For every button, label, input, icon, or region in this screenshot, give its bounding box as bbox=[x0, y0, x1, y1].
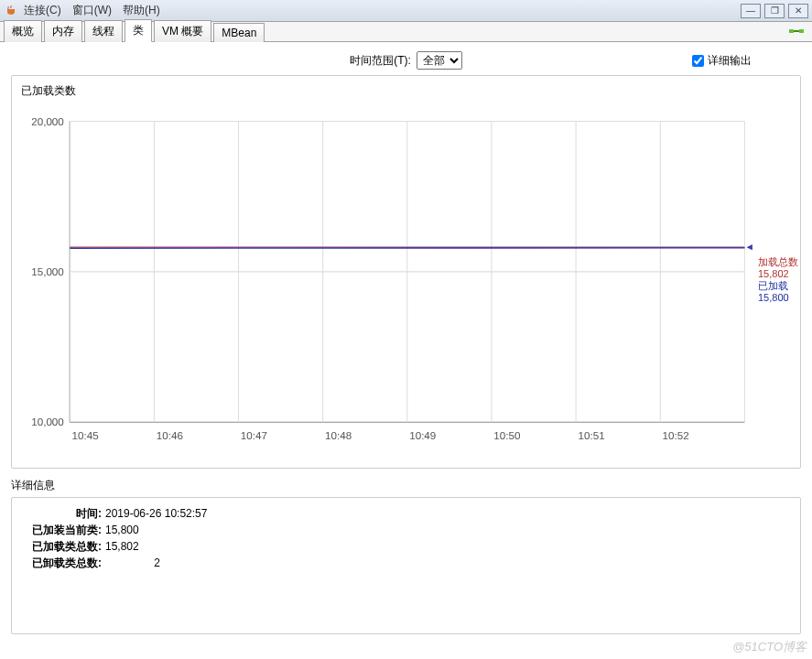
detail-loaded-total-value: 15,802 bbox=[105, 540, 160, 553]
menu-window[interactable]: 窗口(W) bbox=[72, 3, 112, 18]
detail-unloaded-total-label: 已卸载类总数: bbox=[23, 556, 102, 571]
detail-output-checkbox[interactable] bbox=[692, 55, 704, 67]
window-titlebar: 连接(C) 窗口(W) 帮助(H) — ❐ ✕ bbox=[0, 0, 812, 22]
detail-loaded-current-value: 15,800 bbox=[105, 524, 160, 536]
tab-threads[interactable]: 线程 bbox=[84, 20, 123, 42]
tab-memory[interactable]: 内存 bbox=[44, 20, 82, 42]
menu-connect[interactable]: 连接(C) bbox=[24, 3, 61, 18]
chart-legend: 加载总数 15,802 已加载 15,800 bbox=[758, 256, 798, 305]
svg-text:15,000: 15,000 bbox=[31, 266, 64, 277]
svg-text:10:51: 10:51 bbox=[578, 430, 604, 441]
minimize-button[interactable]: — bbox=[741, 4, 761, 18]
detail-loaded-current-label: 已加装当前类: bbox=[23, 523, 102, 538]
details-panel: 详细信息 时间:2019-06-26 10:52:57 已加装当前类:15,80… bbox=[11, 478, 801, 634]
maximize-button[interactable]: ❐ bbox=[764, 4, 785, 18]
chart-title: 已加载类数 bbox=[17, 81, 754, 103]
tab-content: 时间范围(T): 全部 详细输出 已加载类数 20,000 15,000 10,… bbox=[0, 42, 812, 659]
svg-text:10:45: 10:45 bbox=[72, 430, 99, 441]
detail-time-value: 2019-06-26 10:52:57 bbox=[105, 507, 207, 520]
chart-panel: 已加载类数 20,000 15,000 10,000 bbox=[11, 75, 801, 469]
svg-text:10,000: 10,000 bbox=[31, 416, 64, 427]
svg-rect-1 bbox=[799, 29, 804, 33]
svg-rect-0 bbox=[789, 29, 794, 33]
svg-marker-27 bbox=[747, 244, 752, 250]
connection-status-icon bbox=[788, 24, 805, 41]
line-chart[interactable]: 20,000 15,000 10,000 10:45 10:46 1 bbox=[17, 103, 754, 450]
svg-rect-2 bbox=[794, 30, 799, 32]
menu-bar: 连接(C) 窗口(W) 帮助(H) bbox=[24, 3, 160, 18]
details-heading: 详细信息 bbox=[11, 478, 801, 497]
controls-row: 时间范围(T): 全部 详细输出 bbox=[5, 48, 807, 73]
time-range-label: 时间范围(T): bbox=[350, 53, 411, 69]
java-cup-icon bbox=[4, 4, 18, 18]
tab-overview[interactable]: 概览 bbox=[4, 20, 42, 42]
legend-loaded-value: 15,800 bbox=[758, 292, 798, 304]
detail-time-label: 时间: bbox=[23, 506, 102, 522]
svg-text:20,000: 20,000 bbox=[31, 116, 64, 127]
detail-unloaded-total-value: 2 bbox=[105, 556, 160, 569]
detail-output-wrap: 详细输出 bbox=[692, 53, 752, 69]
svg-text:10:46: 10:46 bbox=[157, 430, 183, 441]
tab-bar: 概览 内存 线程 类 VM 概要 MBean bbox=[0, 22, 812, 42]
watermark: @51CTO博客 bbox=[732, 639, 807, 655]
svg-text:10:47: 10:47 bbox=[241, 430, 267, 441]
svg-text:10:49: 10:49 bbox=[409, 430, 436, 441]
tab-vm-summary[interactable]: VM 概要 bbox=[154, 20, 211, 42]
svg-text:10:52: 10:52 bbox=[663, 430, 689, 441]
time-range-select[interactable]: 全部 bbox=[417, 51, 462, 70]
legend-loaded-label: 已加载 bbox=[758, 280, 798, 292]
legend-total-label: 加载总数 bbox=[758, 256, 798, 268]
legend-total-value: 15,802 bbox=[758, 268, 798, 280]
svg-text:10:48: 10:48 bbox=[325, 430, 352, 441]
details-body: 时间:2019-06-26 10:52:57 已加装当前类:15,800 已加载… bbox=[11, 497, 801, 634]
svg-text:10:50: 10:50 bbox=[493, 430, 520, 441]
menu-help[interactable]: 帮助(H) bbox=[123, 3, 160, 18]
tab-mbean[interactable]: MBean bbox=[213, 23, 265, 42]
tab-classes[interactable]: 类 bbox=[125, 19, 152, 42]
detail-output-label: 详细输出 bbox=[708, 53, 752, 69]
detail-loaded-total-label: 已加载类总数: bbox=[23, 539, 102, 555]
close-button[interactable]: ✕ bbox=[788, 4, 808, 18]
